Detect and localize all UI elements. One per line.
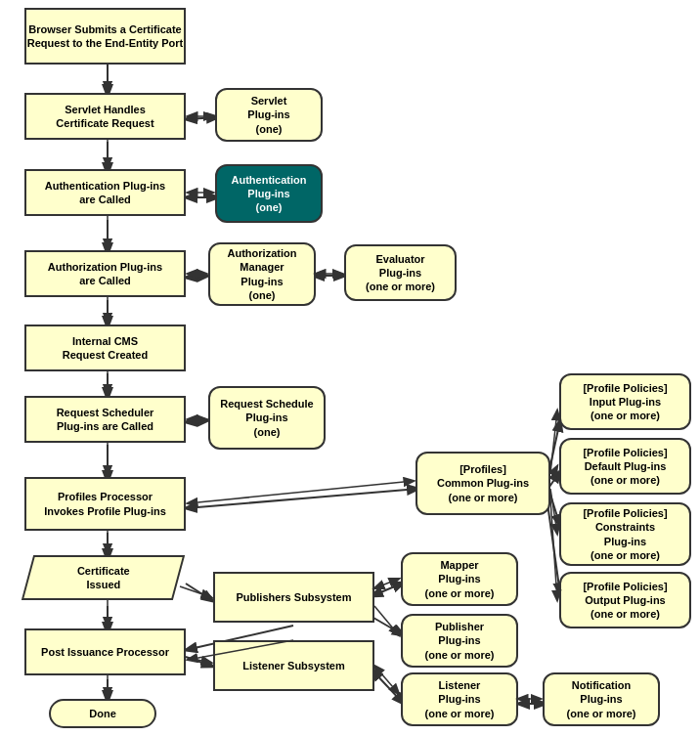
profiles-processor-box: Profiles ProcessorInvokes Profile Plug-i… xyxy=(24,477,186,531)
notification-plugins-box: NotificationPlug-ins(one or more) xyxy=(543,672,660,726)
svg-line-42 xyxy=(188,481,414,503)
post-issuance-box: Post Issuance Processor xyxy=(24,628,186,675)
auth-plugins-called-box: Authentication Plug-insare Called xyxy=(24,169,186,216)
auth-plugins-highlight-box: AuthenticationPlug-ins(one) xyxy=(215,164,323,223)
flowchart-diagram: Browser Submits a Certificate Request to… xyxy=(0,0,700,736)
request-schedule-plugins-box: Request SchedulePlug-ins(one) xyxy=(208,386,326,450)
publishers-subsystem-box: Publishers Subsystem xyxy=(213,572,374,623)
internal-cms-box: Internal CMSRequest Created xyxy=(24,325,186,371)
profile-input-plugins-box: [Profile Policies]Input Plug-ins(one or … xyxy=(559,373,691,430)
svg-line-50 xyxy=(188,658,211,663)
profile-constraints-plugins-box: [Profile Policies]ConstraintsPlug-ins(on… xyxy=(559,502,691,566)
svg-line-46 xyxy=(550,498,557,600)
svg-line-52 xyxy=(374,666,399,694)
svg-line-20 xyxy=(372,583,404,596)
servlet-handles-box: Servlet HandlesCertificate Request xyxy=(24,93,186,140)
svg-line-19 xyxy=(186,584,213,601)
certificate-issued-box: CertificateIssued xyxy=(22,555,185,600)
profile-output-plugins-box: [Profile Policies]Output Plug-ins(one or… xyxy=(559,572,691,628)
svg-line-9 xyxy=(186,117,218,119)
svg-line-47 xyxy=(180,586,211,597)
profiles-common-plugins-box: [Profiles]Common Plug-ins(one or more) xyxy=(416,452,550,515)
svg-line-22 xyxy=(186,657,213,667)
servlet-plugins-box: ServletPlug-ins(one) xyxy=(215,88,323,142)
svg-line-43 xyxy=(550,411,557,473)
listener-subsystem-box: Listener Subsystem xyxy=(213,640,374,691)
svg-line-23 xyxy=(372,670,404,704)
authz-manager-box: AuthorizationManagerPlug-ins(one) xyxy=(208,242,316,306)
browser-submits-box: Browser Submits a Certificate Request to… xyxy=(24,8,186,65)
listener-plugins-box: ListenerPlug-ins(one or more) xyxy=(401,672,518,726)
svg-line-48 xyxy=(374,579,399,588)
profile-default-plugins-box: [Profile Policies]Default Plug-ins(one o… xyxy=(559,438,691,495)
authz-plugins-called-box: Authorization Plug-insare Called xyxy=(24,250,186,297)
svg-line-45 xyxy=(550,489,557,534)
svg-line-13 xyxy=(186,420,208,422)
request-scheduler-box: Request SchedulerPlug-ins are Called xyxy=(24,396,186,443)
svg-line-44 xyxy=(550,466,557,479)
mapper-plugins-box: MapperPlug-ins(one or more) xyxy=(401,552,518,606)
svg-line-14 xyxy=(186,489,418,508)
publisher-plugins-box: PublisherPlug-ins(one or more) xyxy=(401,614,518,668)
svg-line-49 xyxy=(374,606,399,635)
evaluator-plugins-box: EvaluatorPlug-ins(one or more) xyxy=(344,244,457,301)
svg-line-11 xyxy=(186,276,208,278)
done-box: Done xyxy=(49,699,156,728)
